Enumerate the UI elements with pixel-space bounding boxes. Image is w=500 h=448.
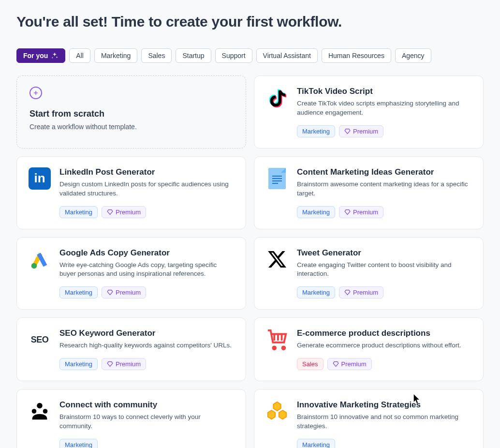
- badge-premium: Premium: [339, 125, 383, 137]
- tab-label: Sales: [148, 52, 165, 60]
- badge-premium: Premium: [102, 358, 146, 370]
- badge-sales: Sales: [297, 358, 324, 370]
- badge-marketing: Marketing: [297, 206, 335, 218]
- tab-label: Virtual Assistant: [263, 52, 311, 60]
- diamond-icon: [333, 361, 339, 367]
- tab-human-resources[interactable]: Human Resources: [322, 48, 391, 63]
- scratch-title: Start from scratch: [29, 109, 233, 119]
- card-desc: Create engaging Twitter content to boost…: [297, 261, 471, 279]
- tab-label: Support: [222, 52, 246, 60]
- card-desc: Generate ecommerce product descriptions …: [297, 341, 471, 350]
- badge-premium: Premium: [102, 206, 146, 218]
- shopping-cart-icon: [266, 329, 288, 351]
- template-card-ecommerce[interactable]: E-commerce product descriptions Generate…: [254, 317, 484, 381]
- card-title: Google Ads Copy Generator: [59, 248, 234, 258]
- diamond-icon: [344, 289, 351, 296]
- card-desc: Design custom LinkedIn posts for specifi…: [59, 180, 234, 198]
- card-desc: Brainstorm awesome content marketing ide…: [297, 180, 471, 198]
- svg-point-10: [43, 409, 48, 414]
- tab-label: Startup: [182, 52, 204, 60]
- linkedin-icon: in: [29, 167, 51, 190]
- card-desc: Research high-quality keywords against c…: [59, 341, 234, 350]
- card-title: E-commerce product descriptions: [297, 329, 471, 338]
- tab-label: Human Resources: [328, 52, 384, 60]
- card-desc: Write eye-catching Google Ads copy, targ…: [59, 261, 234, 279]
- start-from-scratch-card[interactable]: Start from scratch Create a workflow wit…: [16, 75, 246, 149]
- badge-marketing: Marketing: [59, 206, 98, 218]
- diamond-icon: [107, 361, 113, 367]
- tab-agency[interactable]: Agency: [395, 48, 431, 63]
- tab-label: Marketing: [101, 52, 131, 60]
- template-card-content-marketing[interactable]: Content Marketing Ideas Generator Brains…: [254, 156, 484, 229]
- template-card-google-ads[interactable]: Google Ads Copy Generator Write eye-catc…: [16, 237, 246, 310]
- template-grid: Start from scratch Create a workflow wit…: [16, 75, 484, 448]
- template-card-seo[interactable]: SEO SEO Keyword Generator Research high-…: [16, 317, 246, 381]
- card-title: TikTok Video Script: [297, 87, 471, 96]
- plus-icon: [29, 87, 42, 99]
- badge-premium: Premium: [102, 286, 146, 299]
- card-title: LinkedIn Post Generator: [59, 167, 234, 177]
- seo-icon: SEO: [29, 329, 51, 351]
- template-card-innovative-marketing[interactable]: Innovative Marketing Strategies Brainsto…: [254, 389, 484, 448]
- svg-point-4: [282, 347, 285, 350]
- category-tabs: For you All Marketing Sales Startup Supp…: [16, 48, 484, 63]
- card-title: Innovative Marketing Strategies: [297, 400, 471, 410]
- card-title: Connect with community: [59, 400, 234, 410]
- tab-for-you[interactable]: For you: [16, 48, 65, 63]
- badge-label: Premium: [353, 289, 378, 296]
- badge-label: Premium: [116, 360, 141, 368]
- tab-virtual-assistant[interactable]: Virtual Assistant: [256, 48, 318, 63]
- template-card-community[interactable]: Connect with community Brainstorm 10 way…: [16, 389, 246, 448]
- svg-point-8: [37, 403, 43, 409]
- badge-marketing: Marketing: [59, 439, 98, 448]
- card-title: Content Marketing Ideas Generator: [297, 167, 471, 177]
- svg-point-9: [32, 409, 37, 414]
- badge-label: Premium: [116, 209, 141, 216]
- x-twitter-icon: [266, 248, 288, 270]
- community-icon: [29, 400, 51, 422]
- tab-sales[interactable]: Sales: [141, 48, 172, 63]
- tab-label: Agency: [402, 52, 425, 60]
- template-card-linkedin[interactable]: in LinkedIn Post Generator Design custom…: [16, 156, 246, 229]
- template-card-tiktok[interactable]: TikTok Video Script Create TikTok video …: [254, 75, 484, 149]
- diamond-icon: [344, 209, 351, 215]
- diamond-icon: [107, 209, 113, 215]
- tab-support[interactable]: Support: [215, 48, 252, 63]
- diamond-icon: [107, 289, 113, 296]
- badge-marketing: Marketing: [297, 439, 335, 448]
- card-title: SEO Keyword Generator: [59, 329, 234, 338]
- card-title: Tweet Generator: [297, 248, 471, 258]
- badge-label: Premium: [353, 128, 378, 135]
- sparkle-icon: [51, 52, 59, 60]
- tab-marketing[interactable]: Marketing: [94, 48, 137, 63]
- diamond-icon: [344, 128, 351, 134]
- badge-premium: Premium: [339, 206, 383, 218]
- badge-label: Premium: [116, 289, 141, 296]
- svg-point-3: [273, 347, 276, 350]
- tab-label: For you: [23, 52, 48, 60]
- badge-marketing: Marketing: [297, 125, 335, 137]
- scratch-desc: Create a workflow without template.: [29, 123, 233, 131]
- badge-label: Premium: [353, 209, 378, 216]
- template-card-tweet[interactable]: Tweet Generator Create engaging Twitter …: [254, 237, 484, 310]
- card-desc: Brainstorm 10 innovative and not so comm…: [297, 413, 471, 431]
- page-title: You're all set! Time to create your firs…: [16, 14, 484, 30]
- badge-marketing: Marketing: [297, 286, 335, 299]
- boxes-icon: [266, 400, 288, 422]
- badge-marketing: Marketing: [59, 286, 98, 299]
- svg-point-2: [31, 263, 37, 269]
- tab-all[interactable]: All: [69, 48, 90, 63]
- tiktok-icon: [266, 87, 288, 109]
- google-ads-icon: [29, 248, 51, 270]
- badge-label: Premium: [341, 360, 367, 368]
- card-desc: Brainstorm 10 ways to connect cleverly w…: [59, 413, 234, 431]
- tab-startup[interactable]: Startup: [176, 48, 211, 63]
- tab-label: All: [76, 52, 84, 60]
- badge-premium: Premium: [339, 286, 383, 299]
- card-desc: Create TikTok video scripts emphasizing …: [297, 99, 471, 118]
- badge-marketing: Marketing: [59, 358, 98, 370]
- badge-premium: Premium: [327, 358, 372, 370]
- document-icon: [266, 167, 288, 190]
